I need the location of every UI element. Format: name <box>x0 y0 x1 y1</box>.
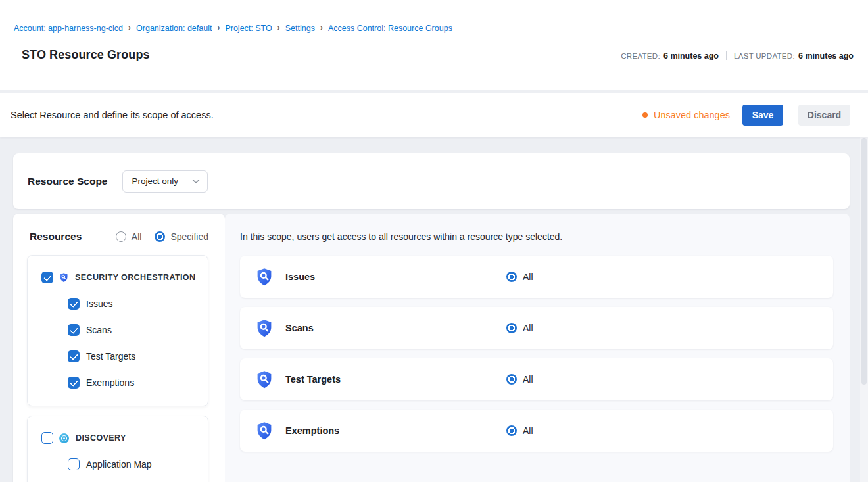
radio-selected-icon[interactable] <box>506 323 517 333</box>
group-header-row[interactable]: SECURITY ORCHESTRATION <box>28 272 208 283</box>
shield-scan-icon <box>254 318 274 338</box>
breadcrumb-item-project[interactable]: Project: STO <box>225 24 272 33</box>
unsaved-changes-indicator: Unsaved changes <box>642 110 730 120</box>
resources-filter-specified[interactable]: Specified <box>155 231 208 242</box>
breadcrumb: Account: app-harness-ng-cicd › Organizat… <box>14 24 854 33</box>
shield-scan-icon <box>254 370 274 389</box>
group-header-row[interactable]: DISCOVERY <box>28 432 208 444</box>
resources-panel: Resources All Specified <box>13 214 225 482</box>
access-row-issues: Issues All <box>240 256 833 298</box>
vertical-scrollbar[interactable] <box>860 93 868 482</box>
radio-selected-icon[interactable] <box>506 374 517 385</box>
checkbox-discovery[interactable] <box>41 432 53 444</box>
checkbox-issues[interactable] <box>68 298 80 310</box>
access-option-all[interactable]: All <box>506 323 533 333</box>
checkbox-scans[interactable] <box>68 324 80 336</box>
radio-unselected-icon[interactable] <box>116 231 126 242</box>
meta-divider <box>726 51 727 60</box>
access-row-exemptions: Exemptions All <box>240 410 833 452</box>
access-option-all[interactable]: All <box>506 374 533 385</box>
toolbar-description: Select Resource and define its scope of … <box>11 110 214 120</box>
radio-selected-icon[interactable] <box>155 231 165 242</box>
toolbar: Select Resource and define its scope of … <box>0 93 868 137</box>
breadcrumb-separator-icon: › <box>128 23 131 32</box>
shield-scan-icon <box>254 421 274 441</box>
group-label[interactable]: DISCOVERY <box>76 433 126 443</box>
resource-access-area: In this scope, users get access to all r… <box>225 214 850 482</box>
access-row-label: Exemptions <box>285 425 339 436</box>
resource-item-exemptions[interactable]: Exemptions <box>28 377 208 389</box>
breadcrumb-item-organization[interactable]: Organization: default <box>136 24 212 33</box>
resource-item-issues[interactable]: Issues <box>28 298 208 310</box>
breadcrumb-separator-icon: › <box>277 23 280 32</box>
breadcrumb-separator-icon: › <box>320 23 323 32</box>
resource-group-discovery: DISCOVERY Application Map <box>27 416 208 482</box>
unsaved-changes-label: Unsaved changes <box>654 110 730 120</box>
resource-scope-card: Resource Scope Project only <box>13 153 850 209</box>
access-row-label: Issues <box>285 272 315 282</box>
last-updated-value: 6 minutes ago <box>798 51 854 60</box>
created-label: CREATED: <box>621 52 660 60</box>
radar-target-icon <box>59 433 70 444</box>
created-value: 6 minutes ago <box>663 51 719 60</box>
page-title: STO Resource Groups <box>14 48 150 62</box>
breadcrumb-item-access-control[interactable]: Access Control: Resource Groups <box>328 24 452 33</box>
save-button[interactable]: Save <box>742 105 783 126</box>
checkbox-exemptions[interactable] <box>68 377 80 389</box>
resource-item-test-targets[interactable]: Test Targets <box>28 350 208 362</box>
group-label[interactable]: SECURITY ORCHESTRATION <box>75 273 195 282</box>
timestamps: CREATED: 6 minutes ago LAST UPDATED: 6 m… <box>621 51 854 62</box>
radio-selected-icon[interactable] <box>506 272 517 282</box>
resource-scope-selected-value: Project only <box>132 176 178 186</box>
resource-item-scans[interactable]: Scans <box>28 324 208 336</box>
checkbox-security-orchestration[interactable] <box>41 272 53 283</box>
shield-scan-icon <box>254 267 274 287</box>
discard-button[interactable]: Discard <box>798 105 850 126</box>
last-updated-label: LAST UPDATED: <box>734 52 795 60</box>
access-row-label: Test Targets <box>285 374 341 385</box>
resources-panel-title: Resources <box>30 231 82 243</box>
access-row-label: Scans <box>285 323 314 333</box>
breadcrumb-separator-icon: › <box>217 23 220 32</box>
access-option-all[interactable]: All <box>506 272 533 282</box>
resource-scope-label: Resource Scope <box>28 176 107 187</box>
access-row-scans: Scans All <box>240 307 833 349</box>
page-header: Account: app-harness-ng-cicd › Organizat… <box>0 0 868 90</box>
resource-item-application-map[interactable]: Application Map <box>28 458 208 470</box>
resource-scope-select[interactable]: Project only <box>122 170 208 193</box>
shield-scan-icon <box>59 272 69 283</box>
radio-selected-icon[interactable] <box>506 425 517 436</box>
scope-note: In this scope, users get access to all r… <box>240 231 833 242</box>
main-content: Resource Scope Project only Resources Al… <box>0 137 868 482</box>
breadcrumb-item-settings[interactable]: Settings <box>285 24 315 33</box>
resource-group-security-orchestration: SECURITY ORCHESTRATION Issues Scans Test… <box>27 255 208 406</box>
checkbox-application-map[interactable] <box>68 458 80 470</box>
access-option-all[interactable]: All <box>506 425 533 436</box>
scrollbar-thumb[interactable] <box>861 138 867 385</box>
breadcrumb-item-account[interactable]: Account: app-harness-ng-cicd <box>14 24 123 33</box>
resources-filter-all[interactable]: All <box>116 231 142 242</box>
access-row-test-targets: Test Targets All <box>240 358 833 400</box>
unsaved-dot-icon <box>642 112 648 118</box>
checkbox-test-targets[interactable] <box>68 350 80 362</box>
chevron-down-icon <box>192 179 200 184</box>
